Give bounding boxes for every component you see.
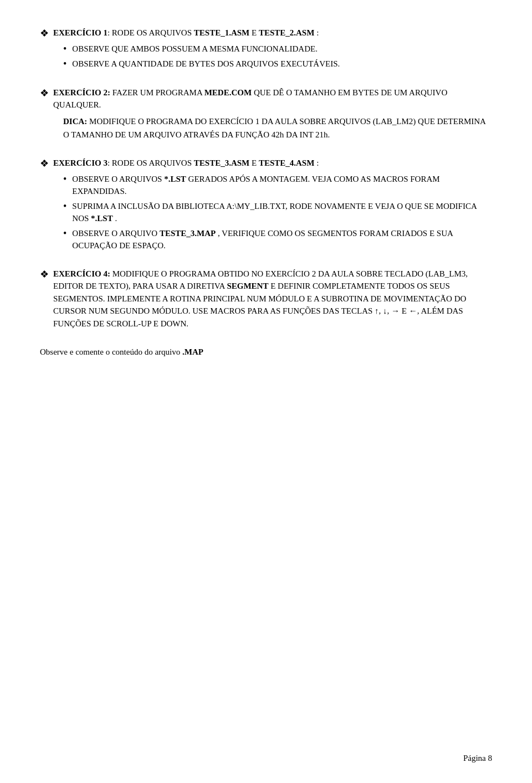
bullet-text: SUPRIMA A INCLUSÃO DA BIBLIOTECA A:\MY_L… xyxy=(72,200,492,225)
list-item: • SUPRIMA A INCLUSÃO DA BIBLIOTECA A:\MY… xyxy=(63,200,492,225)
bullet-text: OBSERVE A QUANTIDADE DE BYTES DOS ARQUIV… xyxy=(72,58,492,70)
page: ❖ EXERCÍCIO 1: RODE OS ARQUIVOS TESTE_1.… xyxy=(0,0,532,783)
diamond-icon-ex3: ❖ xyxy=(40,157,49,170)
section-ex3: ❖ EXERCÍCIO 3: RODE OS ARQUIVOS TESTE_3.… xyxy=(40,157,492,252)
bullet-icon: • xyxy=(63,173,66,186)
list-item: • OBSERVE QUE AMBOS POSSUEM A MESMA FUNC… xyxy=(63,43,492,55)
bullet-icon: • xyxy=(63,58,66,70)
bullet-text: OBSERVE O ARQUIVO TESTE_3.MAP , VERIFIQU… xyxy=(72,227,492,252)
section-ex2-header: ❖ EXERCÍCIO 2: FAZER UM PROGRAMA MEDE.CO… xyxy=(40,86,492,111)
section-ex1-header: ❖ EXERCÍCIO 1: RODE OS ARQUIVOS TESTE_1.… xyxy=(40,27,492,39)
section-ex1-bullets: • OBSERVE QUE AMBOS POSSUEM A MESMA FUNC… xyxy=(63,43,492,71)
page-number: Página 8 xyxy=(463,754,492,763)
list-item: • OBSERVE A QUANTIDADE DE BYTES DOS ARQU… xyxy=(63,58,492,70)
bullet-icon: • xyxy=(63,227,66,240)
list-item: • OBSERVE O ARQUIVO TESTE_3.MAP , VERIFI… xyxy=(63,227,492,252)
section-ex1: ❖ EXERCÍCIO 1: RODE OS ARQUIVOS TESTE_1.… xyxy=(40,27,492,71)
section-ex2: ❖ EXERCÍCIO 2: FAZER UM PROGRAMA MEDE.CO… xyxy=(40,86,492,141)
bullet-text: OBSERVE QUE AMBOS POSSUEM A MESMA FUNCIO… xyxy=(72,43,492,55)
section-ex2-title: EXERCÍCIO 2: FAZER UM PROGRAMA MEDE.COM … xyxy=(53,86,492,111)
bullet-icon: • xyxy=(63,200,66,213)
bullet-text: OBSERVE O ARQUIVOS *.LST GERADOS APÓS A … xyxy=(72,173,492,198)
section-ex3-bullets: • OBSERVE O ARQUIVOS *.LST GERADOS APÓS … xyxy=(63,173,492,252)
bullet-icon: • xyxy=(63,43,66,55)
section-ex4: ❖ EXERCÍCIO 4: MODIFIQUE O PROGRAMA OBTI… xyxy=(40,268,492,330)
section-ex3-title: EXERCÍCIO 3: RODE OS ARQUIVOS TESTE_3.AS… xyxy=(53,157,319,170)
section-ex1-title: EXERCÍCIO 1: RODE OS ARQUIVOS TESTE_1.AS… xyxy=(53,27,319,39)
section-ex3-header: ❖ EXERCÍCIO 3: RODE OS ARQUIVOS TESTE_3.… xyxy=(40,157,492,170)
diamond-icon-ex1: ❖ xyxy=(40,27,49,39)
section-ex4-title: EXERCÍCIO 4: MODIFIQUE O PROGRAMA OBTIDO… xyxy=(53,268,492,330)
list-item: • OBSERVE O ARQUIVOS *.LST GERADOS APÓS … xyxy=(63,173,492,198)
section-ex2-continuation: DICA: MODIFIQUE O PROGRAMA DO EXERCÍCIO … xyxy=(63,115,492,141)
diamond-icon-ex2: ❖ xyxy=(40,87,49,99)
observe-text: Observe e comente o conteúdo do arquivo … xyxy=(40,345,492,359)
section-ex4-header: ❖ EXERCÍCIO 4: MODIFIQUE O PROGRAMA OBTI… xyxy=(40,268,492,330)
diamond-icon-ex4: ❖ xyxy=(40,268,49,280)
